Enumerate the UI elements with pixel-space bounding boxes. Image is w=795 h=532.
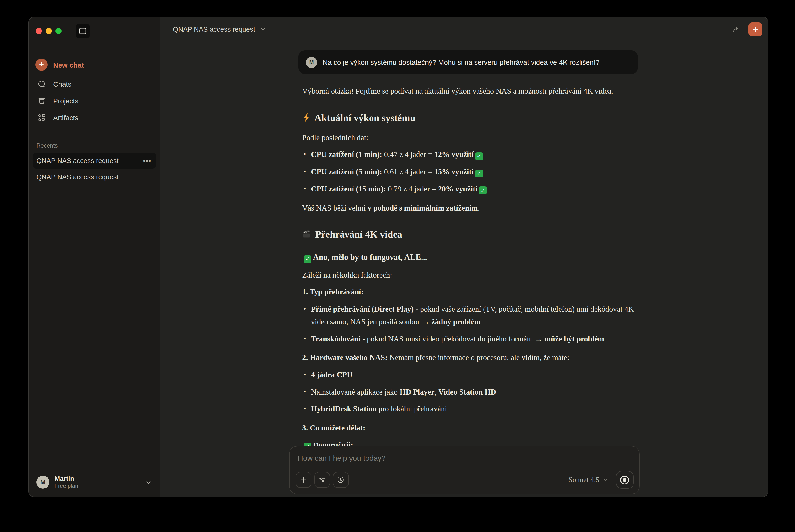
sidebar-toggle-button[interactable] — [75, 23, 90, 38]
bold-text: žádný problém — [432, 317, 481, 326]
sidebar-item-artifacts[interactable]: Artifacts — [33, 109, 156, 126]
box-icon — [35, 96, 48, 105]
bold-text: Přímé přehrávání (Direct Play) — [311, 305, 414, 314]
bold-text: 15% využití — [434, 167, 474, 176]
assistant-bullet: Přímé přehrávání (Direct Play) - pokud v… — [302, 303, 638, 328]
bold-text: Transkódování — [311, 334, 360, 343]
message-input[interactable]: How can I help you today? — [298, 454, 631, 462]
bolt-icon — [302, 113, 310, 122]
assistant-paragraph: Podle posledních dat: — [302, 132, 638, 144]
minimize-window-button[interactable] — [46, 28, 52, 34]
model-selector[interactable]: Sonnet 4.5 — [568, 476, 608, 484]
text: 0.47 z 4 jader = — [382, 150, 434, 159]
chat-bubble-icon — [35, 79, 48, 88]
history-button[interactable] — [333, 472, 348, 488]
header-actions — [731, 17, 762, 41]
bold-text: HD Player — [400, 387, 434, 396]
plus-icon — [300, 476, 307, 483]
close-window-button[interactable] — [36, 28, 42, 34]
desktop: + New chat Chats Projects — [0, 0, 795, 532]
text: Přehrávání 4K videa — [315, 229, 402, 240]
conversation-title: QNAP NAS access request — [173, 25, 255, 33]
shapes-icon — [35, 113, 48, 122]
bold-text: 12% využití — [434, 150, 474, 159]
account-plan: Free plan — [55, 483, 145, 490]
share-icon[interactable] — [731, 25, 740, 34]
avatar: M — [36, 476, 50, 489]
new-chat-button[interactable]: + New chat — [33, 56, 156, 73]
record-stop-icon — [620, 475, 629, 484]
sliders-icon — [318, 476, 326, 483]
text: pro lokální přehrávání — [377, 404, 447, 414]
account-menu[interactable]: M Martin Free plan — [33, 472, 156, 493]
bold-text: 4 jádra CPU — [311, 370, 353, 379]
bold-text: 2. Hardware vašeho NAS: — [302, 353, 387, 362]
assistant-heading: ✓Ano, mělo by to fungovat, ALE... — [302, 251, 638, 264]
recent-chat-item[interactable]: QNAP NAS access request ••• — [33, 153, 156, 169]
assistant-bullet: CPU zatížení (1 min): 0.47 z 4 jader = 1… — [302, 149, 638, 161]
sidebar-item-chats[interactable]: Chats — [33, 75, 156, 92]
model-name: Sonnet 4.5 — [568, 476, 599, 484]
zoom-window-button[interactable] — [55, 28, 61, 34]
composer-toolbar: Sonnet 4.5 — [295, 471, 633, 489]
assistant-heading: Aktuální výkon systému — [302, 110, 638, 126]
assistant-paragraph: Váš NAS běží velmi v pohodě s minimálním… — [302, 202, 638, 214]
history-clock-icon — [337, 476, 345, 484]
bold-text: Video Station HD — [438, 387, 496, 396]
assistant-bullet: CPU zatížení (15 min): 0.79 z 4 jader = … — [302, 183, 638, 195]
new-chat-header-button[interactable] — [748, 22, 762, 36]
bold-text: 3. Co můžete dělat: — [302, 423, 365, 432]
assistant-paragraph: 2. Hardware vašeho NAS: Nemám přesné inf… — [302, 352, 638, 364]
dictation-button[interactable] — [616, 471, 633, 489]
text: Váš NAS běží velmi — [302, 203, 367, 212]
tools-button[interactable] — [314, 472, 330, 488]
text: , — [435, 387, 438, 396]
user-message: M Na co je výkon systému dostatečný? Moh… — [299, 50, 638, 74]
check-icon: ✓ — [475, 152, 483, 160]
text: Aktuální výkon systému — [314, 112, 415, 123]
assistant-paragraph: Záleží na několika faktorech: — [302, 269, 638, 281]
main-panel: QNAP NAS access request — [160, 17, 768, 497]
bold-text: CPU zatížení (1 min): — [311, 150, 382, 159]
conversation-scroll-area[interactable]: M Na co je výkon systému dostatečný? Moh… — [160, 41, 768, 497]
check-icon: ✓ — [475, 169, 483, 177]
chevron-down-icon — [603, 477, 608, 482]
app-window: + New chat Chats Projects — [29, 17, 769, 497]
check-icon: ✓ — [479, 187, 487, 194]
sidebar-toggle-icon — [79, 27, 87, 35]
recent-chat-title: QNAP NAS access request — [36, 157, 119, 165]
sidebar-item-label: Chats — [53, 80, 71, 88]
sidebar-item-projects[interactable]: Projects — [33, 92, 156, 109]
new-chat-plus-icon: + — [35, 59, 48, 71]
chevron-down-icon[interactable] — [260, 26, 266, 32]
text: Nemám přesné informace o procesoru, ale … — [387, 353, 569, 362]
composer-right: Sonnet 4.5 — [568, 471, 633, 489]
text: Výborná otázka! Pojďme se podívat na akt… — [302, 87, 613, 95]
assistant-list: Přímé přehrávání (Direct Play) - pokud v… — [302, 303, 638, 345]
titlebar — [29, 17, 160, 44]
sidebar-item-label: Artifacts — [53, 113, 78, 121]
recent-chat-title: QNAP NAS access request — [36, 173, 119, 181]
bold-text: v pohodě s minimálním zatížením — [367, 203, 478, 212]
account-name: Martin — [55, 475, 145, 483]
assistant-paragraph: 1. Typ přehrávání: — [302, 286, 638, 299]
check-icon: ✓ — [304, 255, 311, 263]
text: Záleží na několika faktorech: — [302, 270, 392, 279]
recents-heading: Recents — [36, 142, 160, 149]
text: Podle posledních dat: — [302, 133, 368, 142]
user-message-text: Na co je výkon systému dostatečný? Mohu … — [323, 56, 599, 68]
text: Ano, mělo by to fungovat, ALE... — [313, 253, 427, 262]
recent-chat-item[interactable]: QNAP NAS access request — [33, 169, 156, 185]
chevron-down-icon — [145, 479, 151, 485]
bold-text: CPU zatížení (15 min): — [311, 185, 386, 193]
more-options-icon[interactable]: ••• — [143, 157, 151, 164]
sidebar: + New chat Chats Projects — [29, 17, 160, 497]
assistant-heading: Přehrávání 4K videa — [302, 227, 638, 243]
bold-text: 1. Typ přehrávání: — [302, 288, 364, 297]
attach-button[interactable] — [295, 472, 311, 488]
assistant-paragraph: 3. Co můžete dělat: — [302, 422, 638, 434]
composer: How can I help you today? — [289, 446, 639, 494]
bold-text: HybridDesk Station — [311, 404, 377, 414]
text: Nainstalované aplikace jako — [311, 387, 400, 396]
assistant-bullet: Nainstalované aplikace jako HD Player, V… — [302, 386, 638, 398]
